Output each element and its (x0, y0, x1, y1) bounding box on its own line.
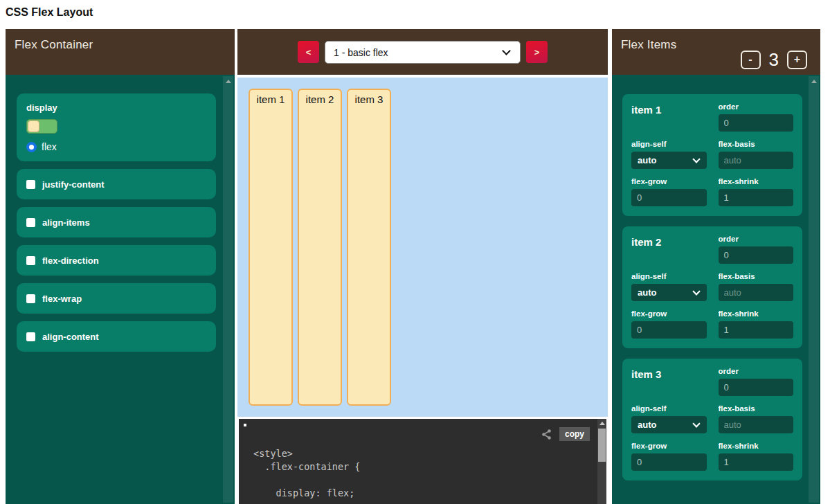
flex-shrink-label: flex-shrink (719, 177, 794, 186)
align-content-label: align-content (42, 332, 99, 342)
flex-wrap-card: flex-wrap (17, 283, 216, 314)
page-title: CSS Flex Layout (6, 6, 93, 19)
code-line (253, 474, 360, 487)
display-card: display flex (17, 93, 216, 161)
share-icon[interactable] (541, 429, 552, 440)
decrease-items-button[interactable]: - (741, 51, 761, 69)
flex-shrink-label: flex-shrink (719, 309, 794, 318)
item-1-flex-grow-input[interactable] (631, 189, 707, 206)
item-1-flex-shrink-input[interactable] (719, 189, 794, 206)
justify-content-card: justify-content (17, 169, 216, 199)
display-label: display (26, 102, 206, 113)
item-2-flex-basis-group: flex-basis (719, 272, 794, 301)
increase-items-button[interactable]: + (787, 51, 807, 69)
flex-basis-label: flex-basis (719, 404, 794, 413)
display-flex-radio-row: flex (26, 141, 206, 152)
align-self-label: align-self (631, 404, 707, 413)
item-3-order-group: order (719, 367, 794, 396)
item-3-title: item 3 (631, 367, 707, 396)
item-2-align-self-group: align-self auto (631, 272, 707, 301)
item-1-flex-basis-group: flex-basis (719, 140, 794, 169)
chevron-down-icon (692, 155, 700, 163)
example-select[interactable]: 1 - basic flex (325, 41, 521, 64)
align-items-checkbox[interactable] (26, 218, 35, 227)
code-cursor-dot (244, 424, 246, 426)
chevron-down-icon (692, 287, 700, 295)
flex-radio[interactable] (26, 142, 37, 152)
item-2-align-self-value: auto (638, 287, 656, 298)
item-3-card: item 3 order align-self auto flex-basis (622, 359, 802, 480)
justify-content-label: justify-content (42, 179, 105, 190)
align-items-card: align-items (17, 207, 216, 237)
align-items-label: align-items (42, 217, 90, 228)
example-select-value: 1 - basic flex (334, 47, 388, 58)
flex-wrap-checkbox[interactable] (26, 294, 35, 303)
preview-flex-item-3: item 3 (347, 89, 391, 406)
item-2-card: item 2 order align-self auto flex-basis (622, 226, 802, 348)
display-toggle[interactable] (26, 119, 57, 134)
flex-preview-container: item 1 item 2 item 3 (237, 78, 608, 417)
code-scrollbar-thumb[interactable] (598, 429, 606, 462)
next-example-button[interactable]: > (526, 41, 548, 63)
copy-button[interactable]: copy (559, 427, 590, 441)
item-1-flex-grow-group: flex-grow (631, 177, 707, 206)
flex-direction-card: flex-direction (17, 245, 216, 276)
item-2-align-self-select[interactable]: auto (631, 284, 707, 301)
item-1-order-input[interactable] (719, 114, 794, 132)
scroll-up-arrow-icon (226, 80, 231, 83)
flex-items-panel-header: Flex Items - 3 + (612, 29, 820, 75)
flex-direction-label: flex-direction (42, 255, 99, 266)
code-line: display: flex; (253, 487, 360, 500)
item-2-flex-shrink-input[interactable] (719, 321, 794, 339)
item-3-flex-grow-group: flex-grow (631, 442, 707, 471)
item-3-align-self-group: align-self auto (631, 404, 707, 433)
align-self-label: align-self (631, 272, 707, 280)
item-1-order-group: order (719, 102, 794, 132)
item-1-flex-shrink-group: flex-shrink (719, 177, 794, 206)
prev-example-button[interactable]: < (298, 41, 319, 63)
item-1-card: item 1 order align-self auto flex-basis (622, 94, 802, 216)
right-panel-scrollbar[interactable] (809, 76, 819, 503)
justify-content-checkbox[interactable] (26, 180, 35, 189)
flex-container-panel-body: display flex justify-content align-items (6, 75, 235, 504)
item-count-value: 3 (769, 49, 779, 71)
flex-direction-checkbox[interactable] (26, 256, 35, 265)
flex-radio-label: flex (42, 141, 57, 152)
code-line: <style> (253, 447, 360, 460)
item-2-order-group: order (719, 235, 794, 264)
align-content-checkbox[interactable] (26, 332, 35, 341)
flex-wrap-label: flex-wrap (42, 294, 82, 304)
item-2-title: item 2 (631, 235, 707, 264)
display-toggle-knob (28, 120, 39, 132)
flex-grow-label: flex-grow (631, 442, 707, 450)
app-root: CSS Flex Layout Flex Container display f… (0, 0, 830, 504)
code-panel: copy <style> .flex-container { display: … (239, 419, 606, 504)
item-1-flex-basis-input[interactable] (719, 152, 794, 169)
flex-items-panel-body: item 1 order align-self auto flex-basis (612, 75, 820, 504)
flex-container-panel-header: Flex Container (6, 29, 235, 75)
example-nav-bar: < 1 - basic flex > (237, 29, 608, 75)
item-3-flex-shrink-group: flex-shrink (719, 442, 794, 471)
scroll-up-arrow-icon (599, 422, 605, 425)
code-line: .flex-container { (253, 460, 360, 474)
item-3-order-input[interactable] (719, 379, 794, 396)
chevron-down-icon (692, 420, 700, 427)
item-3-align-self-select[interactable]: auto (631, 416, 707, 433)
item-1-align-self-select[interactable]: auto (631, 152, 707, 169)
order-label: order (719, 235, 794, 243)
item-3-flex-basis-input[interactable] (719, 416, 794, 433)
preview-flex-item-1: item 1 (249, 89, 293, 406)
item-3-flex-grow-input[interactable] (631, 453, 707, 471)
flex-grow-label: flex-grow (631, 309, 707, 318)
flex-shrink-label: flex-shrink (719, 442, 794, 450)
align-content-card: align-content (17, 321, 216, 352)
item-3-flex-shrink-input[interactable] (719, 453, 794, 471)
left-panel-scrollbar[interactable] (223, 76, 233, 503)
code-scrollbar[interactable] (597, 419, 606, 504)
item-2-flex-grow-input[interactable] (631, 321, 707, 339)
item-2-flex-basis-input[interactable] (719, 284, 794, 301)
order-label: order (719, 367, 794, 375)
item-3-align-self-value: auto (638, 420, 656, 430)
item-2-order-input[interactable] (719, 246, 794, 264)
flex-basis-label: flex-basis (719, 272, 794, 280)
